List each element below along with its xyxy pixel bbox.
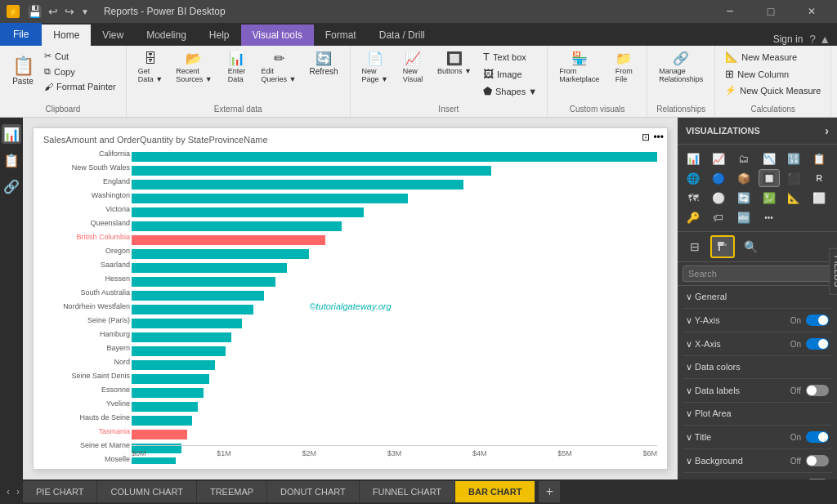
cut-button[interactable]: ✂ Cut	[41, 49, 119, 63]
shapes-button[interactable]: ⬟ Shapes ▼	[480, 83, 540, 99]
lock-aspect-section[interactable]: ∨ Lock aspect Off	[683, 473, 832, 479]
title-section[interactable]: ∨ Title On	[683, 426, 832, 449]
new-column-button[interactable]: ⊞ New Column	[722, 66, 824, 82]
image-button[interactable]: 🖼 Image	[480, 66, 540, 82]
minimize-button[interactable]: −	[711, 0, 749, 23]
lock-aspect-toggle[interactable]	[806, 479, 829, 479]
redo-icon[interactable]: ↪	[63, 3, 76, 20]
bar-fill[interactable]	[132, 416, 192, 426]
viz-search-input[interactable]	[683, 265, 832, 282]
edit-queries-button[interactable]: ✏ EditQueries ▼	[257, 49, 302, 87]
viz-icon-scatter[interactable]: 🔵	[708, 169, 729, 187]
viz-icon-card[interactable]: 📐	[783, 189, 804, 207]
tab-bar-chart[interactable]: BAR CHART	[455, 481, 535, 502]
tab-file[interactable]: File	[0, 23, 42, 46]
recent-sources-button[interactable]: 📂 RecentSources ▼	[171, 49, 217, 87]
analytics-tool-button[interactable]: 🔍	[738, 235, 763, 258]
format-tool-button[interactable]	[710, 235, 735, 258]
expand-chart-icon[interactable]: ⊡	[642, 132, 650, 143]
viz-icon-map[interactable]: 🗺	[683, 189, 704, 207]
left-panel-data-icon[interactable]: 📋	[2, 150, 21, 170]
buttons-button[interactable]: 🔲 Buttons ▼	[432, 49, 477, 78]
x-axis-toggle[interactable]	[806, 338, 829, 350]
tab-help[interactable]: Help	[198, 25, 241, 46]
general-section[interactable]: ∨ General	[683, 286, 832, 309]
dropdown-icon[interactable]: ▼	[79, 6, 91, 18]
tab-modeling[interactable]: Modeling	[135, 25, 198, 46]
viz-icon-more[interactable]: •••	[759, 208, 780, 226]
refresh-button[interactable]: 🔄 Refresh	[305, 49, 343, 79]
background-section[interactable]: ∨ Background Off	[683, 449, 832, 473]
bar-fill[interactable]	[132, 291, 264, 301]
viz-icon-pie[interactable]: 📦	[733, 169, 754, 187]
bar-fill[interactable]	[132, 388, 204, 398]
help-icon[interactable]: ?	[809, 33, 816, 46]
viz-icon-waterfall[interactable]: 🌐	[683, 169, 704, 187]
bar-fill[interactable]	[132, 152, 657, 162]
bar-fill[interactable]	[132, 457, 176, 464]
signin-button[interactable]: Sign in	[773, 33, 803, 45]
tab-column-chart[interactable]: COLUMN CHART	[97, 481, 196, 502]
text-box-button[interactable]: T Text box	[480, 49, 540, 65]
viz-icon-slicer[interactable]: 🔤	[733, 208, 754, 226]
bar-fill[interactable]	[132, 207, 364, 217]
format-painter-button[interactable]: 🖌 Format Painter	[41, 80, 119, 93]
bar-fill[interactable]	[132, 305, 253, 314]
left-panel-model-icon[interactable]: 🔗	[2, 176, 21, 196]
maximize-button[interactable]: □	[752, 0, 790, 23]
paste-button[interactable]: 📋 Paste	[7, 54, 39, 89]
viz-icon-area[interactable]: 🔢	[783, 149, 804, 167]
save-icon[interactable]: 💾	[26, 3, 43, 20]
data-colors-section[interactable]: ∨ Data colors	[683, 356, 832, 379]
close-button[interactable]: ✕	[793, 0, 830, 23]
tab-view[interactable]: View	[91, 25, 135, 46]
bar-fill[interactable]	[132, 221, 342, 231]
collapse-panel-icon[interactable]: ›	[825, 124, 829, 137]
bar-fill[interactable]	[132, 332, 231, 342]
viz-icon-clustered-bar[interactable]: 📈	[708, 149, 729, 167]
bar-fill[interactable]	[132, 430, 187, 439]
left-panel-report-icon[interactable]: 📊	[2, 124, 21, 144]
bar-fill[interactable]	[132, 180, 463, 190]
viz-icon-gauge[interactable]: 💹	[759, 189, 780, 207]
tab-donut-chart[interactable]: DONUT CHART	[267, 481, 360, 502]
filter-tool-button[interactable]: ⊟	[683, 235, 707, 258]
bar-fill[interactable]	[132, 263, 287, 273]
data-labels-toggle[interactable]	[806, 385, 829, 396]
y-axis-section[interactable]: ∨ Y-Axis On	[683, 309, 832, 332]
viz-icon-ribbon[interactable]: 📋	[808, 149, 830, 167]
viz-icon-filled-map[interactable]: ⚪	[708, 189, 729, 207]
plot-area-section[interactable]: ∨ Plot Area	[683, 403, 832, 426]
tab-data-drill[interactable]: Data / Drill	[368, 25, 436, 46]
tab-pie-chart[interactable]: PIE CHART	[23, 481, 97, 502]
viz-icon-donut[interactable]: 🔲	[759, 169, 780, 187]
enter-data-button[interactable]: 📊 EnterData	[221, 49, 253, 87]
tab-home[interactable]: Home	[42, 25, 91, 46]
add-tab-button[interactable]: +	[539, 481, 560, 502]
bar-fill[interactable]	[132, 360, 215, 370]
viz-icon-treemap[interactable]: ⬛	[783, 169, 804, 187]
bar-fill[interactable]	[132, 374, 209, 384]
bar-fill[interactable]	[132, 277, 275, 287]
bar-fill[interactable]	[132, 346, 226, 356]
undo-icon[interactable]: ↩	[47, 3, 60, 20]
get-data-button[interactable]: 🗄 GetData ▼	[133, 49, 168, 87]
tab-nav-right[interactable]: ›	[13, 486, 23, 497]
bar-fill[interactable]	[132, 402, 198, 412]
new-page-button[interactable]: 📄 NewPage ▼	[357, 49, 393, 87]
more-options-icon[interactable]: •••	[653, 132, 664, 143]
viz-icon-funnel[interactable]: 🔄	[733, 189, 754, 207]
x-axis-section[interactable]: ∨ X-Axis On	[683, 332, 832, 356]
tab-funnel-chart[interactable]: FUNNEL CHART	[360, 481, 455, 502]
from-file-button[interactable]: 📁 FromFile	[607, 49, 640, 87]
bar-fill[interactable]	[132, 166, 491, 176]
bar-fill[interactable]	[132, 249, 309, 259]
viz-icon-matrix[interactable]: 🔑	[683, 208, 704, 226]
background-toggle[interactable]	[806, 455, 829, 466]
bar-fill[interactable]	[132, 194, 408, 203]
tab-treemap[interactable]: TREEMAP	[197, 481, 267, 502]
tab-format[interactable]: Format	[314, 25, 368, 46]
copy-button[interactable]: ⧉ Copy	[41, 65, 119, 78]
y-axis-toggle[interactable]	[806, 314, 829, 326]
title-toggle[interactable]	[806, 431, 829, 443]
